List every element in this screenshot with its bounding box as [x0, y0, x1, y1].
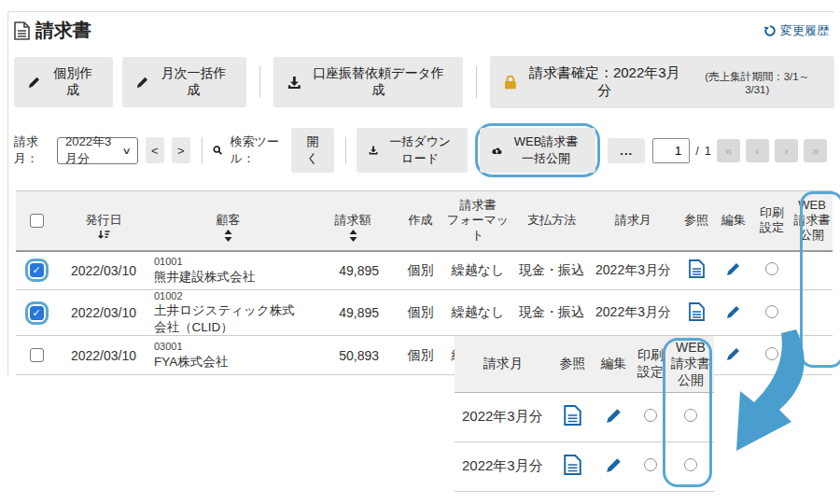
- more-actions-button[interactable]: ...: [608, 138, 645, 163]
- title-row: 請求書 変更履歴: [12, 18, 834, 43]
- inset-header-month: 請求月: [455, 336, 552, 392]
- header-customer[interactable]: 顧客: [150, 191, 306, 251]
- inset-month-cell: 2022年3月分: [455, 392, 552, 441]
- print-radio: [644, 409, 657, 422]
- header-month: 請求月: [589, 191, 678, 251]
- customer-code: 03001: [154, 341, 306, 353]
- filter-divider: [202, 137, 203, 163]
- prev-page-button[interactable]: ‹: [746, 139, 769, 162]
- inset-edit-cell[interactable]: [594, 441, 634, 491]
- change-history-link[interactable]: 変更履歴: [763, 22, 829, 39]
- print-radio: [644, 458, 657, 471]
- table-row: 2022/03/10 01001 熊井建設株式会社 49,895 個別 繰越なし…: [16, 251, 833, 290]
- page-title: 請求書: [35, 18, 91, 43]
- pencil-icon: [28, 76, 41, 89]
- reference-doc-icon[interactable]: [689, 259, 705, 278]
- select-all-checkbox: [30, 214, 44, 228]
- search-open-button[interactable]: 開く: [291, 128, 333, 173]
- customer-name: 熊井建設株式会社: [154, 269, 306, 286]
- inset-edit-cell[interactable]: [594, 392, 634, 441]
- create-cell: 個別: [399, 290, 441, 336]
- next-month-button[interactable]: >: [172, 137, 190, 163]
- customer-cell: 03001 FYA株式会社: [150, 336, 306, 375]
- next-page-button[interactable]: ›: [775, 139, 798, 162]
- edit-pencil-icon[interactable]: [606, 456, 623, 473]
- search-icon: [213, 144, 222, 157]
- customer-name: FYA株式会社: [154, 354, 306, 371]
- row-checkbox-cell[interactable]: [16, 290, 57, 336]
- amount-cell: 49,895: [306, 251, 399, 290]
- inset-reference-cell[interactable]: [552, 392, 594, 441]
- header-reference: 参照: [678, 191, 715, 251]
- edit-cell[interactable]: [715, 251, 752, 290]
- page-total: 1: [705, 144, 711, 158]
- invoice-page-panel: 請求書 変更履歴 個別作成 月次一括作成 口座振替依頼データ作成: [7, 11, 834, 375]
- individual-create-label: 個別作成: [48, 65, 99, 99]
- sort-toggle-icon: [224, 230, 232, 242]
- header-payment: 支払方法: [514, 191, 589, 251]
- callout-arrow: [703, 326, 833, 466]
- bulk-download-label: 一括ダウンロード: [385, 133, 455, 167]
- format-cell: 繰越なし: [441, 290, 514, 336]
- billing-month-label: 請求月：: [14, 133, 49, 167]
- search-tool-label: 検索ツール：: [231, 133, 285, 167]
- month-cell: 2022年3月分: [589, 251, 678, 290]
- row-checkbox-cell[interactable]: [16, 251, 57, 290]
- create-cell: 個別: [399, 251, 441, 290]
- web-publish-cell[interactable]: [791, 251, 833, 290]
- row-checkbox-cell[interactable]: [16, 336, 57, 375]
- header-amount[interactable]: 請求額: [306, 191, 399, 251]
- individual-create-button[interactable]: 個別作成: [14, 57, 113, 107]
- pagination: / 1 « ‹ › »: [652, 138, 827, 163]
- reference-doc-icon[interactable]: [564, 455, 581, 475]
- lock-icon: [504, 75, 517, 90]
- filter-divider: [345, 137, 346, 163]
- web-publish-radio: [684, 458, 697, 471]
- table-header-row: 発行日 顧客 請求額 作: [16, 191, 833, 251]
- prev-month-button[interactable]: <: [146, 137, 164, 163]
- print-radio: [765, 262, 778, 275]
- inset-reference-cell[interactable]: [552, 441, 594, 491]
- edit-pencil-icon[interactable]: [726, 304, 741, 319]
- invoice-locked-button[interactable]: 請求書確定：2022年3月分 (売上集計期間：3/1～3/31): [490, 56, 834, 108]
- create-cell: 個別: [399, 336, 441, 375]
- document-icon: [14, 21, 30, 40]
- inset-print-cell[interactable]: [634, 441, 667, 491]
- filter-bar: 請求月： 2022年3月分 ∨ < > 検索ツール： 開く 一括ダウンロード W…: [12, 123, 834, 177]
- cloud-upload-icon: [492, 145, 502, 157]
- edit-pencil-icon[interactable]: [606, 407, 623, 424]
- sort-amount-icon: [98, 230, 110, 242]
- page-separator: /: [695, 144, 699, 158]
- billing-month-select[interactable]: 2022年3月分 ∨: [57, 137, 138, 164]
- reference-cell[interactable]: [678, 251, 715, 290]
- header-issue-date[interactable]: 発行日: [57, 191, 150, 251]
- inset-header-reference: 参照: [552, 336, 594, 392]
- pencil-icon: [136, 76, 149, 89]
- change-history-label: 変更履歴: [780, 22, 829, 39]
- print-setting-cell[interactable]: [752, 251, 791, 290]
- select-all-checkbox-cell[interactable]: [16, 191, 57, 251]
- customer-cell: 01001 熊井建設株式会社: [150, 251, 306, 290]
- header-create: 作成: [399, 191, 441, 251]
- account-transfer-data-button[interactable]: 口座振替依頼データ作成: [273, 57, 464, 107]
- header-format: 請求書 フォーマット: [441, 191, 514, 251]
- first-page-button[interactable]: «: [717, 139, 740, 162]
- reference-doc-icon[interactable]: [689, 302, 705, 321]
- inset-print-cell[interactable]: [634, 392, 667, 441]
- web-bulk-publish-label: WEB請求書一括公開: [509, 133, 584, 167]
- customer-name: 土井ロジスティック株式会社（CLID）: [154, 302, 306, 335]
- page-number-input[interactable]: [652, 138, 690, 163]
- edit-pencil-icon[interactable]: [726, 261, 741, 276]
- payment-cell: 現金・振込: [514, 290, 589, 336]
- last-page-button[interactable]: »: [804, 139, 827, 162]
- reference-doc-icon[interactable]: [564, 405, 581, 426]
- bulk-download-button[interactable]: 一括ダウンロード: [357, 128, 468, 173]
- inset-row: 2022年3月分: [455, 441, 714, 491]
- header-print: 印刷 設定: [752, 191, 791, 251]
- toolbar-divider: [476, 66, 477, 98]
- chevron-down-icon: ∨: [121, 146, 131, 156]
- month-cell: 2022年3月分: [589, 290, 678, 336]
- download-icon: [369, 144, 378, 157]
- monthly-batch-create-button[interactable]: 月次一括作成: [122, 57, 246, 107]
- web-bulk-publish-button[interactable]: WEB請求書一括公開: [480, 128, 595, 173]
